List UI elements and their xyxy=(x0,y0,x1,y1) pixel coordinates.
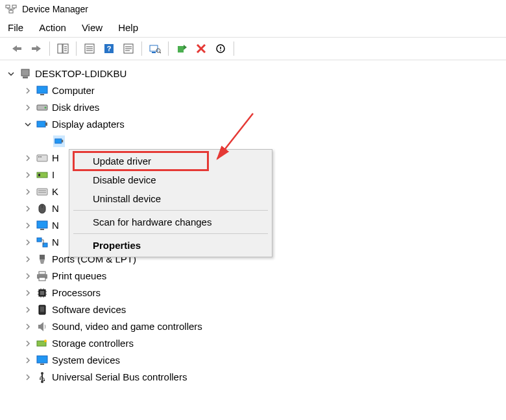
tree-item-processors[interactable]: Processors xyxy=(4,285,502,301)
forward-button[interactable] xyxy=(27,40,45,58)
tree-label: Storage controllers xyxy=(52,336,134,351)
svg-rect-26 xyxy=(23,76,28,78)
printer-icon xyxy=(36,270,48,282)
svg-text:?: ? xyxy=(107,45,112,52)
scan-hardware-icon[interactable] xyxy=(146,40,164,58)
monitor-icon xyxy=(36,220,48,231)
tree-item-usb[interactable]: Universal Serial Bus controllers xyxy=(4,369,502,386)
toolbar-separator xyxy=(168,41,169,56)
help-icon[interactable]: ? xyxy=(100,40,118,58)
tree-item-system-devices[interactable]: System devices xyxy=(4,352,502,369)
mouse-icon xyxy=(36,203,48,215)
svg-rect-54 xyxy=(40,291,44,295)
svg-rect-72 xyxy=(43,380,45,381)
tree-item-sound[interactable]: Sound, video and game controllers xyxy=(4,318,502,335)
chevron-right-icon[interactable] xyxy=(23,373,32,382)
chevron-right-icon[interactable] xyxy=(23,255,32,264)
tree-label: Processors xyxy=(52,285,101,301)
menu-view[interactable]: View xyxy=(82,22,102,33)
ide-icon xyxy=(36,169,48,181)
tree-item-display-adapters[interactable]: Display adapters xyxy=(4,116,502,133)
svg-line-21 xyxy=(160,52,161,53)
chevron-down-icon[interactable] xyxy=(23,120,32,129)
uninstall-icon[interactable] xyxy=(192,40,210,58)
chevron-right-icon[interactable] xyxy=(23,322,32,331)
tree-item-storage[interactable]: Storage controllers xyxy=(4,335,502,352)
chevron-right-icon[interactable] xyxy=(23,170,32,180)
menu-action[interactable]: Action xyxy=(39,22,66,33)
svg-rect-45 xyxy=(37,221,47,228)
tree-label: K xyxy=(52,184,58,200)
device-manager-icon xyxy=(5,3,17,15)
svg-rect-52 xyxy=(39,277,45,281)
tree-label: N xyxy=(52,201,59,216)
svg-rect-36 xyxy=(38,156,40,158)
chevron-right-icon[interactable] xyxy=(23,238,32,247)
chevron-right-icon[interactable] xyxy=(23,356,32,365)
tree-item-computer[interactable]: Computer xyxy=(4,82,502,99)
chevron-right-icon[interactable] xyxy=(23,339,32,348)
network-icon xyxy=(36,237,48,248)
svg-rect-3 xyxy=(58,44,62,53)
tree-label: N xyxy=(52,218,59,233)
svg-rect-32 xyxy=(45,122,47,126)
menubar: File Action View Help xyxy=(0,18,506,37)
svg-point-66 xyxy=(44,340,47,342)
toolbar: ? xyxy=(0,37,506,60)
monitor-icon xyxy=(36,85,48,97)
menu-file[interactable]: File xyxy=(8,22,23,33)
svg-rect-37 xyxy=(40,156,42,158)
show-hide-icon[interactable] xyxy=(54,40,72,58)
chevron-right-icon[interactable] xyxy=(23,103,32,112)
menu-update-driver[interactable]: Update driver xyxy=(69,152,272,170)
svg-point-71 xyxy=(40,379,41,380)
chevron-right-icon[interactable] xyxy=(23,187,32,196)
update-driver-icon[interactable] xyxy=(173,40,191,58)
tree-item-selected-adapter[interactable] xyxy=(4,133,502,150)
properties-icon[interactable] xyxy=(80,40,99,58)
chevron-right-icon[interactable] xyxy=(23,204,32,213)
software-icon xyxy=(36,304,48,316)
toolbar-separator xyxy=(76,41,77,56)
tree-item-print-queues[interactable]: Print queues xyxy=(4,268,502,285)
menu-uninstall-device[interactable]: Uninstall device xyxy=(69,189,272,208)
menu-scan-hardware[interactable]: Scan for hardware changes xyxy=(69,213,272,231)
tree-label: H xyxy=(52,150,59,166)
chevron-right-icon[interactable] xyxy=(23,272,32,281)
tree-item-disk-drives[interactable]: Disk drives xyxy=(4,99,502,116)
disable-icon[interactable] xyxy=(211,40,230,58)
svg-rect-49 xyxy=(40,255,45,259)
tree-label: Display adapters xyxy=(52,117,125,132)
toolbar-separator xyxy=(49,41,50,56)
svg-rect-50 xyxy=(39,272,45,274)
chevron-right-icon[interactable] xyxy=(23,154,32,163)
svg-rect-33 xyxy=(55,139,62,143)
tree-item-software-devices[interactable]: Software devices xyxy=(4,301,502,318)
chevron-right-icon[interactable] xyxy=(23,221,32,230)
chevron-right-icon[interactable] xyxy=(23,86,32,95)
toolbar-separator xyxy=(141,41,142,56)
svg-rect-46 xyxy=(40,229,44,230)
tree-label: I xyxy=(52,167,54,183)
tree-root[interactable]: DESKTOP-LDIDKBU xyxy=(4,65,502,82)
action-icon[interactable] xyxy=(119,40,138,58)
chevron-down-icon[interactable] xyxy=(6,69,16,78)
chevron-right-icon[interactable] xyxy=(23,305,32,314)
back-button[interactable] xyxy=(8,40,26,58)
svg-rect-39 xyxy=(38,174,40,176)
keyboard-icon xyxy=(36,186,48,198)
disk-icon xyxy=(36,102,48,113)
svg-rect-35 xyxy=(37,155,47,161)
chevron-right-icon[interactable] xyxy=(23,288,32,298)
window-title: Device Manager xyxy=(22,4,88,14)
system-icon xyxy=(36,355,48,366)
svg-rect-40 xyxy=(37,189,47,195)
menu-disable-device[interactable]: Disable device xyxy=(69,170,272,189)
context-menu: Update driver Disable device Uninstall d… xyxy=(69,149,272,257)
menu-properties[interactable]: Properties xyxy=(69,236,272,255)
svg-rect-25 xyxy=(21,69,29,76)
svg-rect-27 xyxy=(37,86,47,93)
svg-rect-2 xyxy=(9,10,13,13)
svg-rect-67 xyxy=(37,356,47,363)
menu-help[interactable]: Help xyxy=(118,22,138,33)
